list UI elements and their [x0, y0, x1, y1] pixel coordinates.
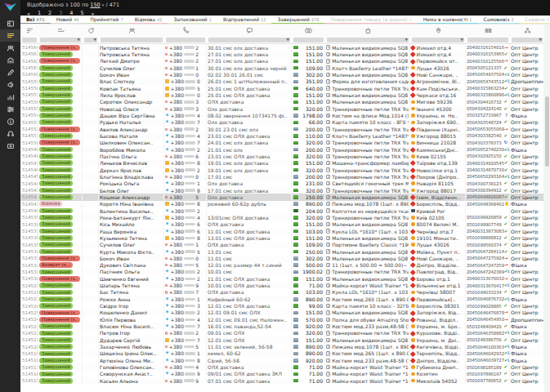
client-name[interactable]: Шишкіна Ірина Олек.. [99, 350, 164, 357]
client-name[interactable]: Рудько Наталья [99, 119, 164, 126]
ttn-number[interactable]: 20450646876732 [467, 296, 504, 301]
client-name[interactable]: Бокоч Иван [99, 71, 164, 78]
order-row[interactable]: 514533Повернення (з..Бокоч Иван+380011.0… [20, 255, 544, 261]
sidebar-item-settings[interactable] [0, 103, 20, 115]
client-name[interactable]: Роке-Бетанкурт Лін.. [99, 214, 164, 220]
order-row[interactable]: 514546ЗавершенийДеркач Ярослав+380219.01… [20, 167, 544, 173]
status-badge[interactable]: Завершений [39, 92, 73, 98]
status-badge[interactable]: Возврат ск... [39, 262, 73, 268]
order-row[interactable]: 514551ЗавершенийБасова Наталя✶+380423.01… [20, 132, 544, 139]
order-row[interactable]: 514528ЗавершенийБас Тетяна+3807ОЛХ доста… [20, 289, 544, 296]
client-name[interactable]: Захарченко Любовь [99, 343, 164, 350]
filter-client[interactable] [101, 38, 163, 42]
order-row[interactable]: 514519ЗавершенийШишкіна Ірина Олек..✶+38… [20, 350, 544, 357]
column-header-products[interactable] [325, 27, 410, 34]
client-name[interactable]: Ковпак Татьяна [99, 85, 164, 91]
client-name[interactable]: Кошмак Александр [99, 194, 164, 200]
client-name[interactable]: Новосад Олеся [99, 105, 164, 112]
ttn-number[interactable]: 0501699560374 [467, 243, 502, 247]
order-row[interactable]: 514562Повернення (з..Легкий Дмитро+38022… [20, 58, 544, 65]
order-row[interactable]: 514531ЗавершенийПасічник Ольга✶+380210.0… [20, 269, 544, 275]
ttn-number[interactable]: 0503252733967 [467, 113, 502, 118]
ttn-number[interactable]: 20400314920545 [467, 161, 504, 166]
status-badge[interactable]: Повернення (з.. [39, 256, 80, 261]
order-row[interactable]: 514518ЗавершенийАртюхіна Олена Ми..✶+380… [20, 357, 544, 363]
client-name[interactable]: Сиротюк Олександр [99, 99, 164, 105]
order-row[interactable]: 514541ВідмоваКоротя Ніна Іванівна+3808ро… [20, 201, 544, 207]
status-badge[interactable]: Повернення (з.. [39, 58, 80, 64]
order-row[interactable]: 514537ЗавершенийРаца Вероніка✶+380611.01… [20, 228, 544, 234]
order-row[interactable]: 514549ЗавершенийВоробйов Микола✶+380221.… [20, 146, 544, 153]
status-badge[interactable]: Завершений [39, 65, 73, 71]
status-badge[interactable]: Повернення (з.. [39, 317, 80, 323]
status-badge[interactable]: Завершений [39, 147, 73, 153]
order-row[interactable]: 514547ЗавершенийЛиньков Вячеслав+380819.… [20, 160, 544, 167]
ttn-number[interactable]: 0504305121337 [467, 65, 502, 70]
ttn-number[interactable]: 20400316125566 [467, 59, 504, 64]
filter-comment[interactable]: ▼ [208, 38, 290, 42]
order-row[interactable]: 514525Повернення (з..Кошеленко Данил✶+38… [20, 310, 544, 316]
column-header-status[interactable] [38, 27, 83, 34]
status-badge[interactable]: Завершений [39, 133, 73, 139]
status-badge[interactable]: Завершений [39, 249, 73, 255]
status-badge[interactable]: Завершений [39, 323, 73, 329]
tab-packed[interactable]: Запакований1 [168, 16, 217, 24]
status-badge[interactable]: Повернення (з.. [39, 45, 80, 51]
status-badge[interactable]: Завершений [39, 51, 73, 57]
tab-refused[interactable]: Відмова42 [129, 16, 168, 24]
ttn-number[interactable]: 20450646358882 [467, 331, 504, 336]
sidebar-item-video[interactable] [0, 140, 20, 152]
filter-ttn[interactable] [467, 38, 508, 42]
order-row[interactable]: 514535ЗавершенийСучилов Олег+3801ОЛХ дос… [20, 242, 544, 248]
order-row[interactable]: 514555ЗавершенийНовосад Олеся+3803Олх до… [20, 105, 544, 112]
status-badge[interactable]: Завершений [39, 303, 73, 309]
ttn-number[interactable]: 0503248409420 [467, 324, 502, 329]
order-row[interactable]: 514558ЗавершенийКовпак Татьяна+380525.01… [20, 85, 544, 91]
status-badge[interactable]: Завершений [39, 154, 73, 159]
ttn-number[interactable]: 0504304224140 [467, 106, 502, 111]
client-name[interactable]: Дударев Сергій [99, 336, 164, 343]
sidebar-item-support[interactable] [0, 127, 20, 140]
ttn-number[interactable]: 20450646039727 [467, 358, 504, 363]
filter-delivery[interactable]: ▼ [412, 38, 464, 42]
client-name[interactable]: Авилов Александр [99, 126, 164, 132]
tab-all[interactable]: Всі471 [20, 16, 51, 24]
ttn-number[interactable]: 20450647242389 [467, 270, 504, 274]
filter-id[interactable] [22, 38, 37, 42]
order-row[interactable]: 514521ЗавершенийДударев Сергій+380712.01… [20, 336, 544, 343]
client-name[interactable]: Бокоч Иван [99, 255, 164, 261]
status-badge[interactable]: Повернення (з.. [39, 140, 80, 145]
ttn-number[interactable]: 0504304416732 [467, 100, 502, 105]
client-name[interactable]: Сучилов Олег [99, 65, 164, 71]
app-logo-icon[interactable] [2, 2, 18, 12]
ttn-number[interactable]: 0504300738123 [467, 181, 502, 186]
client-name[interactable]: Дукович Світлана [99, 262, 164, 269]
sidebar-item-orders[interactable] [0, 29, 20, 42]
order-row[interactable]: 514561ЗавершенийСучилов Олег+380130.01 с… [20, 65, 544, 71]
order-row[interactable]: 514550Повернення (з..Шелковин Олексан..✶… [20, 140, 544, 146]
tab-accepted[interactable]: Прийнятий7 [85, 16, 129, 24]
status-badge[interactable]: Завершений [39, 270, 73, 275]
column-header-payment[interactable] [292, 27, 325, 34]
order-row[interactable]: 514544ЗавершенийРокіцька Ольга✶+3801Олх … [20, 180, 544, 187]
client-name[interactable]: Шелковин Олексан.. [99, 140, 164, 146]
sidebar-item-dashboard[interactable] [0, 17, 20, 29]
client-name[interactable]: Петров Ігор [99, 330, 164, 336]
client-name[interactable]: Деркач Ярослав [99, 167, 164, 173]
column-header-client[interactable] [99, 27, 164, 34]
ttn-number[interactable]: 20400314870730 [467, 167, 504, 172]
tab-done[interactable]: Завершений278 [271, 16, 324, 24]
status-badge[interactable]: Завершений [39, 372, 73, 377]
order-row[interactable]: 514540ЗавершенийВалентина Васильє..✶+380… [20, 207, 544, 214]
status-badge[interactable]: Завершений [39, 337, 73, 343]
order-row[interactable]: 514536ЗавершенийКузьменко Тетяна+380813.… [20, 234, 544, 241]
client-name[interactable]: Касьян Альона [99, 377, 164, 384]
ttn-number[interactable]: 0501699033234 [467, 290, 502, 295]
status-badge[interactable]: Завершений [39, 290, 73, 296]
status-badge[interactable]: Завершений [39, 174, 73, 180]
status-badge[interactable]: Завершений [39, 229, 73, 234]
ttn-number[interactable]: 20400315860896 [467, 92, 504, 97]
ttn-number[interactable]: 20450646042932 [467, 351, 504, 356]
order-row[interactable]: 514542ЗавершенийКошмак Александр+3805Олх… [20, 194, 544, 200]
tab-pickup[interactable]: Самовивіз2 [478, 16, 520, 24]
